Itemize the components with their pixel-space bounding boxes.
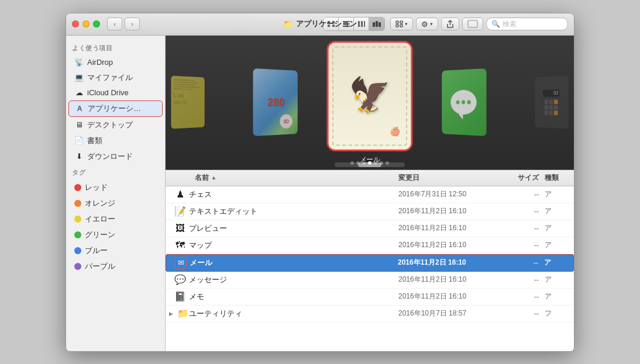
table-row[interactable]: ▶ 📁 ユーティリティ 2016年10月7日 18:57 -- フ	[166, 306, 574, 323]
arrangement-btn[interactable]: ▾	[390, 18, 413, 30]
sidebar-item-documents[interactable]: 📄 書類	[68, 133, 163, 148]
file-icon-preview: 🖼	[174, 223, 186, 234]
col-header-name[interactable]: 名前 ▲	[166, 173, 398, 183]
content-area: L.ou555-79 280 3D	[166, 36, 574, 351]
sidebar-item-desktop-label: デスクトップ	[87, 120, 133, 130]
sidebar-item-myfiles[interactable]: 💻 マイファイル	[68, 70, 163, 85]
cover-item-notes[interactable]: L.ou555-79	[171, 75, 204, 129]
table-row[interactable]: 🗺 マップ 2016年11月2日 16:10 -- ア	[166, 237, 574, 254]
sidebar-item-green[interactable]: グリーン	[68, 227, 163, 242]
col-header-date[interactable]: 変更日	[398, 173, 504, 183]
coverflow-area: L.ou555-79 280 3D	[166, 36, 574, 170]
file-type-chess: ア	[545, 189, 574, 199]
sort-arrow: ▲	[211, 175, 216, 181]
svg-rect-12	[379, 22, 381, 27]
sidebar-item-airdrop-label: AirDrop	[87, 58, 113, 67]
back-button[interactable]: ‹	[107, 18, 122, 30]
cover-item-calculator[interactable]: 93	[535, 75, 568, 129]
file-type-utilities: フ	[545, 308, 574, 318]
share-btn[interactable]	[441, 18, 459, 30]
action-btn[interactable]: ⚙ ▾	[416, 18, 438, 30]
blue-tag-dot	[74, 247, 81, 254]
file-icon-textedit: 📝	[174, 206, 186, 217]
file-date-mail: 2016年11月2日 16:10	[398, 258, 503, 268]
sidebar-item-airdrop[interactable]: 📡 AirDrop	[68, 56, 163, 70]
fullscreen-button[interactable]	[93, 20, 100, 27]
sidebar-item-applications[interactable]: A アプリケーシ…	[68, 100, 163, 117]
coverflow-items: L.ou555-79 280 3D	[166, 36, 574, 170]
sidebar-item-yellow[interactable]: イエロー	[68, 212, 163, 227]
favorites-section-label: よく使う項目	[66, 40, 165, 55]
svg-rect-7	[358, 21, 360, 27]
file-size-preview: --	[504, 224, 545, 233]
file-date-memo: 2016年11月2日 16:10	[398, 292, 504, 301]
file-type-textedit: ア	[545, 206, 574, 216]
sidebar-item-downloads[interactable]: ⬇ ダウンロード	[68, 149, 163, 164]
sidebar-item-orange[interactable]: オレンジ	[68, 196, 163, 211]
svg-rect-14	[400, 21, 402, 23]
orange-tag-dot	[74, 200, 81, 207]
table-row[interactable]: 📓 メモ 2016年11月2日 16:10 -- ア	[166, 289, 574, 306]
svg-rect-16	[400, 25, 402, 27]
svg-rect-17	[468, 20, 477, 27]
coverflow-view-btn[interactable]	[369, 18, 384, 30]
table-row[interactable]: 🖼 プレビュー 2016年11月2日 16:10 -- ア	[166, 220, 574, 237]
table-row[interactable]: 📝 テキストエディット 2016年11月2日 16:10 -- ア	[166, 203, 574, 220]
red-tag-dot	[74, 184, 81, 191]
name-col-label: 名前	[195, 173, 209, 183]
file-size-chess: --	[504, 190, 545, 199]
icloud-icon: ☁	[74, 88, 84, 98]
sidebar-item-documents-label: 書類	[87, 136, 102, 146]
file-type-memo: ア	[545, 292, 574, 301]
col-header-size[interactable]: サイズ	[504, 173, 545, 183]
file-type-maps: ア	[545, 240, 574, 250]
cover-item-messages[interactable]	[442, 68, 486, 136]
sidebar-item-icloud[interactable]: ☁ iCloud Drive	[68, 86, 163, 100]
file-date-textedit: 2016年11月2日 16:10	[398, 206, 504, 216]
search-placeholder: 検索	[503, 19, 517, 29]
file-name-chess: チェス	[189, 189, 398, 200]
forward-button[interactable]: ›	[125, 18, 140, 30]
green-tag-dot	[74, 231, 81, 238]
svg-rect-9	[364, 21, 365, 27]
expand-arrow[interactable]: ▶	[169, 311, 176, 317]
file-type-mail: ア	[544, 258, 573, 268]
file-name-memo: メモ	[189, 292, 398, 302]
table-row[interactable]: ♟ チェス 2016年7月31日 12:50 -- ア	[166, 186, 574, 203]
traffic-lights	[72, 20, 100, 27]
close-button[interactable]	[72, 20, 79, 27]
title-icon: 📁	[283, 19, 293, 29]
minimize-button[interactable]	[82, 20, 90, 27]
sidebar-item-purple[interactable]: パープル	[68, 259, 163, 274]
downloads-icon: ⬇	[74, 152, 84, 161]
table-row-selected[interactable]: ✉ メール 2016年11月2日 16:10 -- ア	[166, 254, 574, 272]
sidebar-item-applications-label: アプリケーシ…	[88, 103, 141, 114]
cover-item-maps[interactable]: 280 3D	[253, 68, 298, 136]
file-date-chess: 2016年7月31日 12:50	[398, 189, 504, 199]
file-icon-utilities: 📁	[177, 308, 189, 320]
file-list: 名前 ▲ 変更日 サイズ 種類 ♟ チェス 2016年7月31日 12:50 -…	[166, 170, 574, 351]
file-icon-memo: 📓	[174, 291, 186, 303]
cover-item-mail[interactable]: 🦅 🍎 メール	[327, 40, 413, 164]
tag-btn[interactable]	[462, 18, 483, 30]
sidebar-item-red[interactable]: レッド	[68, 180, 163, 195]
file-size-messages: --	[504, 276, 545, 284]
file-icon-messages: 💬	[174, 274, 186, 286]
table-row[interactable]: 💬 メッセージ 2016年11月2日 16:10 -- ア	[166, 272, 574, 289]
file-size-textedit: --	[504, 207, 545, 216]
main-content: よく使う項目 📡 AirDrop 💻 マイファイル ☁ iCloud Drive…	[66, 36, 574, 351]
sidebar-item-desktop[interactable]: 🖥 デスクトップ	[68, 117, 163, 133]
purple-tag-label: パープル	[85, 261, 115, 272]
nav-arrows: ‹ ›	[107, 18, 140, 30]
sidebar-item-myfiles-label: マイファイル	[87, 72, 133, 83]
file-icon-maps: 🗺	[174, 240, 186, 251]
file-name-preview: プレビュー	[189, 223, 398, 234]
search-box[interactable]: 🔍 検索	[486, 18, 568, 30]
file-icon-chess: ♟	[174, 189, 186, 200]
col-header-type[interactable]: 種類	[545, 173, 574, 183]
finder-window: ‹ › 📁 アプリケーション	[66, 13, 574, 352]
green-tag-label: グリーン	[85, 230, 115, 240]
sidebar-item-blue[interactable]: ブルー	[68, 243, 163, 258]
svg-rect-10	[373, 22, 375, 27]
file-name-messages: メッセージ	[189, 275, 398, 285]
